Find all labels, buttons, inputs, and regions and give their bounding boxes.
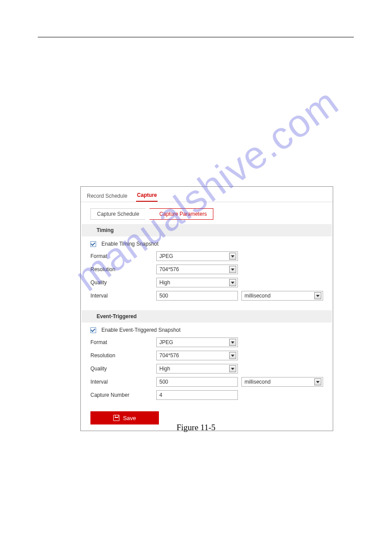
- timing-quality-row: Quality High: [81, 276, 333, 289]
- event-interval-unit-value: millisecond: [245, 379, 270, 385]
- chevron-down-icon: [229, 339, 236, 346]
- timing-quality-label: Quality: [90, 279, 153, 286]
- chevron-down-icon: [314, 378, 321, 385]
- timing-interval-value: 500: [159, 293, 168, 299]
- event-format-row: Format JPEG: [81, 336, 333, 349]
- timing-quality-value: High: [159, 279, 170, 286]
- timing-resolution-dropdown[interactable]: 704*576: [156, 265, 238, 274]
- event-enable-label: Enable Event-Triggered Snapshot: [101, 327, 180, 333]
- tab-capture[interactable]: Capture: [136, 190, 158, 202]
- top-tab-bar: Record Schedule Capture: [81, 187, 333, 202]
- timing-interval-unit-value: millisecond: [245, 293, 270, 299]
- timing-interval-row: Interval 500 millisecond: [81, 289, 333, 302]
- page-top-rule: [38, 37, 354, 37]
- timing-enable-checkbox[interactable]: [90, 241, 96, 247]
- timing-enable-label: Enable Timing Snapshot: [101, 241, 158, 247]
- timing-resolution-value: 704*576: [159, 266, 179, 272]
- save-icon: [113, 415, 119, 421]
- timing-format-row: Format JPEG: [81, 250, 333, 263]
- event-resolution-label: Resolution: [90, 352, 153, 359]
- event-interval-input[interactable]: 500: [156, 377, 238, 387]
- timing-section-header: Timing: [82, 224, 332, 236]
- timing-resolution-row: Resolution 704*576: [81, 263, 333, 276]
- event-interval-label: Interval: [90, 379, 153, 385]
- timing-interval-input[interactable]: 500: [156, 291, 238, 301]
- timing-format-label: Format: [90, 253, 153, 259]
- subtab-capture-parameters[interactable]: Capture Parameters: [149, 208, 213, 220]
- event-quality-label: Quality: [90, 366, 153, 372]
- event-resolution-row: Resolution 704*576: [81, 349, 333, 362]
- event-resolution-dropdown[interactable]: 704*576: [156, 351, 238, 360]
- event-capture-number-row: Capture Number 4: [81, 388, 333, 402]
- timing-interval-label: Interval: [90, 293, 153, 299]
- event-quality-dropdown[interactable]: High: [156, 364, 238, 374]
- event-section-header: Event-Triggered: [82, 310, 332, 323]
- timing-quality-dropdown[interactable]: High: [156, 278, 238, 287]
- sub-tab-bar: Capture Schedule Capture Parameters: [90, 208, 333, 220]
- timing-resolution-label: Resolution: [90, 266, 153, 272]
- chevron-down-icon: [229, 266, 236, 273]
- figure-caption: Figure 11-5: [0, 423, 392, 432]
- event-quality-row: Quality High: [81, 362, 333, 375]
- chevron-down-icon: [229, 279, 236, 286]
- event-format-dropdown[interactable]: JPEG: [156, 337, 238, 347]
- event-interval-unit-dropdown[interactable]: millisecond: [241, 377, 323, 387]
- subtab-capture-schedule[interactable]: Capture Schedule: [90, 208, 150, 220]
- timing-interval-unit-dropdown[interactable]: millisecond: [241, 291, 323, 301]
- event-format-label: Format: [90, 339, 153, 345]
- event-interval-row: Interval 500 millisecond: [81, 375, 333, 388]
- event-capture-number-value: 4: [159, 392, 162, 398]
- capture-settings-panel: Record Schedule Capture Capture Schedule…: [80, 186, 333, 431]
- event-resolution-value: 704*576: [159, 352, 179, 359]
- event-interval-value: 500: [159, 379, 168, 385]
- event-format-value: JPEG: [159, 339, 173, 345]
- event-quality-value: High: [159, 366, 170, 372]
- tab-record-schedule[interactable]: Record Schedule: [86, 191, 128, 202]
- timing-format-value: JPEG: [159, 253, 173, 259]
- event-enable-row: Enable Event-Triggered Snapshot: [81, 323, 333, 336]
- save-button-label: Save: [123, 415, 136, 421]
- timing-format-dropdown[interactable]: JPEG: [156, 251, 238, 261]
- event-enable-checkbox[interactable]: [90, 327, 96, 333]
- event-capture-number-input[interactable]: 4: [156, 390, 238, 400]
- timing-enable-row: Enable Timing Snapshot: [81, 237, 333, 250]
- chevron-down-icon: [229, 253, 236, 260]
- chevron-down-icon: [229, 365, 236, 372]
- chevron-down-icon: [229, 352, 236, 359]
- chevron-down-icon: [314, 292, 321, 299]
- event-capture-number-label: Capture Number: [90, 392, 153, 398]
